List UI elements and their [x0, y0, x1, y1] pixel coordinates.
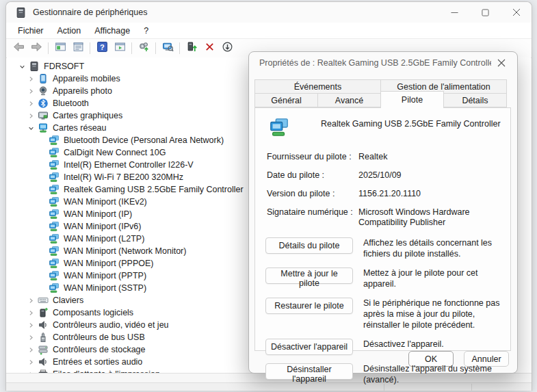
minimize-button[interactable] — [439, 2, 470, 23]
toolbar-separator — [90, 42, 90, 54]
driver-provider-value: Realtek — [358, 152, 503, 162]
driver-date-value: 2025/10/09 — [358, 170, 503, 181]
tree-item-label: WAN Miniport (SSTP) — [64, 283, 146, 293]
tree-item-label: Cartes réseau — [53, 123, 107, 133]
tab-avance[interactable]: Avancé — [317, 93, 381, 107]
chevron-right-icon[interactable] — [25, 332, 36, 343]
properties-icon — [73, 41, 84, 55]
show-console-tree-icon — [55, 41, 66, 55]
uninstall-device-button[interactable]: Désinstaller l'appareil — [265, 363, 353, 380]
roll-back-driver-button[interactable]: Restaurer le pilote — [265, 298, 353, 314]
audio-controller-icon — [38, 319, 49, 330]
chevron-right-icon[interactable] — [25, 344, 36, 355]
tree-item-label: WAN Miniport (IP) — [64, 209, 132, 219]
tree-item-label: Intel(R) Ethernet Controller I226-V — [64, 160, 194, 170]
chevron-right-icon[interactable] — [25, 110, 36, 121]
uninstall-device-button[interactable] — [200, 40, 218, 56]
network-adapter-icon — [269, 117, 291, 138]
tree-item-label: Contrôleurs audio, vidéo et jeu — [53, 320, 169, 330]
tree-item-label: Bluetooth — [53, 99, 89, 108]
update-driver-button[interactable] — [183, 40, 200, 56]
menu-action[interactable]: Action — [51, 25, 88, 37]
chevron-right-icon[interactable] — [25, 98, 36, 109]
remote-computer-button[interactable] — [159, 40, 176, 56]
digital-signer-value: Microsoft Windows Hardware Compatibility… — [358, 207, 503, 228]
driver-actions: Détails du piloteAffichez les détails co… — [261, 237, 503, 385]
chevron-right-icon[interactable] — [25, 356, 36, 367]
scan-hardware-changes-icon — [138, 41, 150, 55]
tree-item-label: FDRSOFT — [44, 62, 84, 71]
tree-item-label: WAN Miniport (IKEv2) — [64, 197, 147, 207]
tab-general[interactable]: Général — [254, 93, 318, 107]
audio-endpoint-icon — [38, 356, 49, 367]
update-driver-button[interactable]: Mettre à jour le pilote — [265, 267, 353, 284]
uninstall-device-row: Désinstaller l'appareilDésinstallez l'ap… — [265, 363, 503, 385]
dialog-close-icon[interactable] — [491, 55, 512, 71]
chevron-right-icon[interactable] — [25, 307, 36, 318]
driver-provider-row: Fournisseur du pilote :Realtek — [267, 152, 503, 162]
network-adapter-icon — [49, 172, 60, 183]
network-adapter-icon — [49, 135, 60, 146]
menu-fichier[interactable]: Fichier — [11, 25, 51, 37]
network-adapter-icon — [49, 184, 60, 195]
scan-hardware-changes-button[interactable] — [135, 40, 153, 56]
properties-button[interactable] — [69, 40, 87, 56]
menu-bar: FichierActionAffichage? — [6, 23, 532, 39]
back-icon — [13, 41, 25, 55]
tab-details[interactable]: Détails — [443, 93, 507, 107]
tab-evenements[interactable]: Événements — [254, 79, 381, 94]
chevron-down-icon[interactable] — [25, 122, 36, 133]
svg-text:?: ? — [100, 43, 105, 51]
show-console-tree-button[interactable] — [51, 40, 69, 56]
network-adapter-icon — [49, 246, 60, 257]
toolbar-separator — [48, 42, 49, 54]
tree-item-label: WAN Miniport (Network Monitor) — [64, 246, 186, 256]
window-title: Gestionnaire de périphériques — [33, 8, 147, 17]
roll-back-driver-description: Si le périphérique ne fonctionne pas apr… — [363, 298, 503, 330]
tree-item-label: Composants logiciels — [53, 308, 133, 317]
chevron-down-icon[interactable] — [16, 61, 27, 72]
menu-aide[interactable]: ? — [137, 25, 155, 37]
software-component-icon — [38, 307, 49, 318]
chevron-right-icon[interactable] — [25, 73, 36, 84]
keyboard-icon — [38, 295, 49, 306]
digital-signer-row: Signataire numérique :Microsoft Windows … — [267, 207, 503, 228]
back-button[interactable] — [10, 40, 27, 56]
driver-date-label: Date du pilote : — [267, 170, 358, 181]
tree-item-label: Appareils photo — [53, 86, 112, 96]
dialog-title-bar: Propriétés de : Realtek Gaming USB 2.5Gb… — [249, 52, 517, 73]
toolbar-separator — [179, 42, 180, 54]
forward-icon — [31, 41, 42, 55]
forward-button[interactable] — [27, 40, 45, 56]
chevron-right-icon[interactable] — [25, 295, 36, 306]
tree-item-label: WAN Miniport (PPPOE) — [64, 259, 154, 268]
network-adapter-icon — [49, 147, 60, 158]
tab-pilote[interactable]: Pilote — [380, 91, 444, 108]
driver-tab-page: Realtek Gaming USB 2.5GbE Family Control… — [254, 107, 511, 351]
action-pane-icon — [114, 41, 126, 55]
disable-device-button[interactable]: Désactiver l'appareil — [265, 339, 353, 355]
usb-controller-icon — [38, 332, 49, 343]
digital-signer-label: Signataire numérique : — [267, 207, 358, 228]
disable-device-row: Désactiver l'appareilDésactivez l'appare… — [265, 339, 503, 355]
tree-item-label: Intel(R) Wi-Fi 7 BE200 320MHz — [64, 172, 183, 182]
network-adapter-icon — [49, 196, 60, 207]
device-manager-app-icon — [15, 7, 27, 18]
chevron-right-icon[interactable] — [25, 319, 36, 330]
device-header: Realtek Gaming USB 2.5GbE Family Control… — [269, 117, 503, 138]
disable-device-button[interactable] — [218, 40, 236, 56]
action-pane-button[interactable] — [111, 40, 129, 56]
tab-row: GénéralAvancéPiloteDétails — [254, 93, 506, 108]
maximize-button[interactable] — [470, 2, 501, 23]
uninstall-device-icon — [204, 41, 215, 55]
driver-details-button[interactable]: Détails du pilote — [265, 237, 353, 254]
menu-affichage[interactable]: Affichage — [88, 25, 137, 37]
driver-version-value: 1156.21.20.1110 — [358, 189, 503, 199]
chevron-right-icon[interactable] — [25, 86, 36, 96]
network-category-icon — [38, 122, 49, 133]
help-button[interactable]: ? — [93, 40, 111, 56]
tree-item-label: Cartes graphiques — [53, 111, 122, 120]
close-button[interactable] — [501, 2, 532, 23]
tree-item-label: Contrôleurs de stockage — [53, 345, 146, 354]
update-driver-icon — [186, 41, 198, 55]
